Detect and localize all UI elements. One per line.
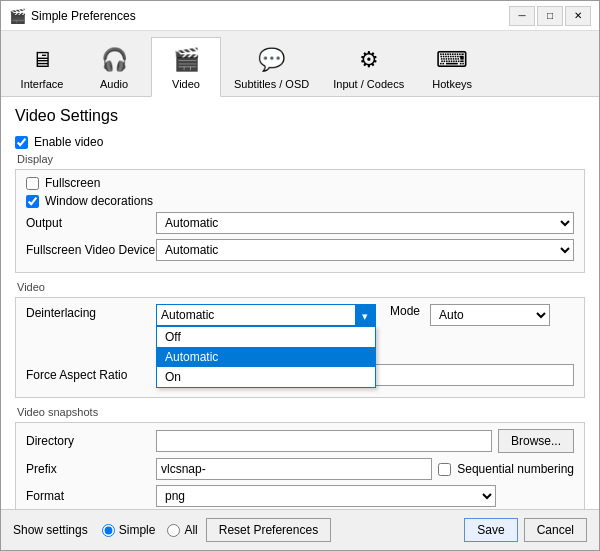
output-select[interactable]: Automatic <box>156 212 574 234</box>
audio-icon: 🎧 <box>98 44 130 76</box>
window-decorations-checkbox[interactable] <box>26 195 39 208</box>
enable-video-checkbox[interactable] <box>15 136 28 149</box>
deinterlacing-dropdown-wrapper: Automatic ▾ Off Automatic On <box>156 304 376 326</box>
fullscreen-device-select[interactable]: Automatic <box>156 239 574 261</box>
video-icon: 🎬 <box>170 44 202 76</box>
window-decorations-row: Window decorations <box>26 194 574 208</box>
tab-subtitles-label: Subtitles / OSD <box>234 78 309 90</box>
format-select[interactable]: png jpg tiff <box>156 485 496 507</box>
simple-radio-item[interactable]: Simple <box>102 523 156 537</box>
directory-row: Directory Browse... <box>26 429 574 453</box>
simple-radio-label: Simple <box>119 523 156 537</box>
tab-input[interactable]: ⚙ Input / Codecs <box>322 37 415 96</box>
deinterlacing-label: Deinterlacing <box>26 304 156 320</box>
fullscreen-device-control: Automatic <box>156 239 574 261</box>
fullscreen-row: Fullscreen <box>26 176 574 190</box>
deinterlacing-dropdown-display[interactable]: Automatic ▾ <box>156 304 376 326</box>
fullscreen-label: Fullscreen <box>45 176 100 190</box>
deinterlacing-row: Deinterlacing Automatic ▾ Off <box>26 304 574 326</box>
output-row: Output Automatic <box>26 212 574 234</box>
tab-video-label: Video <box>172 78 200 90</box>
content-area: Video Settings Enable video Display Full… <box>1 97 599 509</box>
save-button[interactable]: Save <box>464 518 517 542</box>
display-section: Display Fullscreen Window decorations Ou… <box>15 153 585 273</box>
dropdown-arrow-icon: ▾ <box>362 310 368 323</box>
format-control: png jpg tiff <box>156 485 574 507</box>
title-bar-text: Simple Preferences <box>31 9 509 23</box>
prefix-control: Sequential numbering <box>156 458 574 480</box>
hotkeys-icon: ⌨ <box>436 44 468 76</box>
enable-video-label: Enable video <box>34 135 103 149</box>
close-button[interactable]: ✕ <box>565 6 591 26</box>
video-snapshots-box: Directory Browse... Prefix Sequential nu… <box>15 422 585 509</box>
dropdown-item-on[interactable]: On <box>157 367 375 387</box>
all-radio-label: All <box>184 523 197 537</box>
title-bar-controls: ─ □ ✕ <box>509 6 591 26</box>
force-aspect-ratio-label: Force Aspect Ratio <box>26 368 156 382</box>
prefix-label: Prefix <box>26 462 156 476</box>
mode-label: Mode <box>390 304 420 318</box>
tab-audio-label: Audio <box>100 78 128 90</box>
output-control: Automatic <box>156 212 574 234</box>
main-window: 🎬 Simple Preferences ─ □ ✕ 🖥 Interface 🎧… <box>0 0 600 551</box>
title-bar: 🎬 Simple Preferences ─ □ ✕ <box>1 1 599 31</box>
format-label: Format <box>26 489 156 503</box>
prefix-row: Prefix Sequential numbering <box>26 458 574 480</box>
simple-radio[interactable] <box>102 524 115 537</box>
reset-preferences-button[interactable]: Reset Preferences <box>206 518 331 542</box>
tab-audio[interactable]: 🎧 Audio <box>79 37 149 96</box>
fullscreen-checkbox[interactable] <box>26 177 39 190</box>
fullscreen-device-row: Fullscreen Video Device Automatic <box>26 239 574 261</box>
all-radio-item[interactable]: All <box>167 523 197 537</box>
tab-hotkeys[interactable]: ⌨ Hotkeys <box>417 37 487 96</box>
deinterlacing-dropdown-list: Off Automatic On <box>156 326 376 388</box>
mode-select[interactable]: Auto <box>430 304 550 326</box>
nav-tabs: 🖥 Interface 🎧 Audio 🎬 Video 💬 Subtitles … <box>1 31 599 97</box>
app-icon: 🎬 <box>9 8 25 24</box>
footer-left: Show settings Simple All Reset Preferenc… <box>13 518 464 542</box>
display-section-label: Display <box>17 153 585 165</box>
subtitles-icon: 💬 <box>256 44 288 76</box>
tab-interface[interactable]: 🖥 Interface <box>7 37 77 96</box>
tab-interface-label: Interface <box>21 78 64 90</box>
video-section-label: Video <box>17 281 585 293</box>
deinterlacing-dropdown-arrow: ▾ <box>355 305 375 327</box>
dropdown-item-automatic[interactable]: Automatic <box>157 347 375 367</box>
video-section: Video Deinterlacing Automatic ▾ <box>15 281 585 398</box>
window-decorations-label: Window decorations <box>45 194 153 208</box>
sequential-numbering-label: Sequential numbering <box>457 462 574 476</box>
page-title: Video Settings <box>15 107 585 125</box>
video-snapshots-label: Video snapshots <box>17 406 585 418</box>
footer-right: Save Cancel <box>464 518 587 542</box>
prefix-input[interactable] <box>156 458 432 480</box>
fullscreen-device-label: Fullscreen Video Device <box>26 243 156 257</box>
deinterlacing-value: Automatic <box>161 308 371 322</box>
tab-subtitles[interactable]: 💬 Subtitles / OSD <box>223 37 320 96</box>
display-section-box: Fullscreen Window decorations Output Aut… <box>15 169 585 273</box>
tab-hotkeys-label: Hotkeys <box>432 78 472 90</box>
deinterlacing-controls: Automatic ▾ Off Automatic On <box>156 304 574 326</box>
input-icon: ⚙ <box>353 44 385 76</box>
maximize-button[interactable]: □ <box>537 6 563 26</box>
interface-icon: 🖥 <box>26 44 58 76</box>
directory-input[interactable] <box>156 430 492 452</box>
browse-button[interactable]: Browse... <box>498 429 574 453</box>
video-snapshots-section: Video snapshots Directory Browse... Pref… <box>15 406 585 509</box>
video-section-box: Deinterlacing Automatic ▾ Off <box>15 297 585 398</box>
enable-video-row: Enable video <box>15 135 585 149</box>
all-radio[interactable] <box>167 524 180 537</box>
dropdown-item-off[interactable]: Off <box>157 327 375 347</box>
format-row: Format png jpg tiff <box>26 485 574 507</box>
directory-control: Browse... <box>156 429 574 453</box>
tab-video[interactable]: 🎬 Video <box>151 37 221 97</box>
sequential-numbering-checkbox[interactable] <box>438 463 451 476</box>
output-label: Output <box>26 216 156 230</box>
minimize-button[interactable]: ─ <box>509 6 535 26</box>
directory-label: Directory <box>26 434 156 448</box>
settings-radio-group: Simple All <box>102 523 198 537</box>
cancel-button[interactable]: Cancel <box>524 518 587 542</box>
footer: Show settings Simple All Reset Preferenc… <box>1 509 599 550</box>
show-settings-label: Show settings <box>13 523 88 537</box>
tab-input-label: Input / Codecs <box>333 78 404 90</box>
